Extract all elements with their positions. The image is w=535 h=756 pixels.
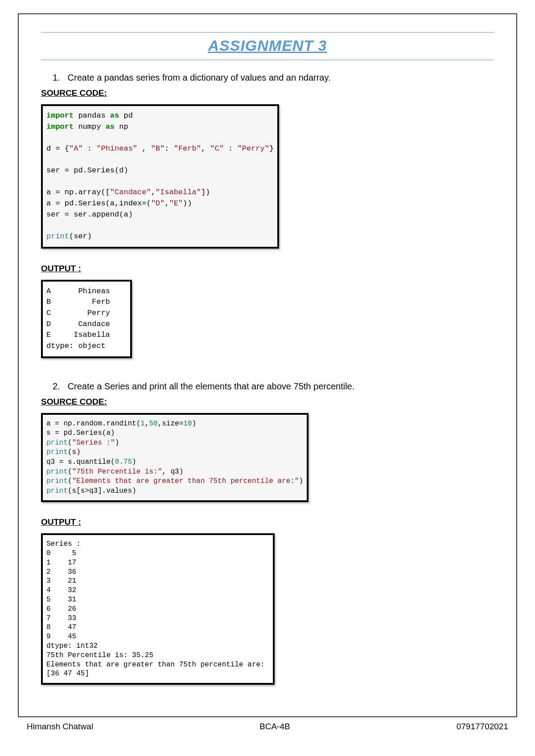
q2-text: Create a Series and print all the elemen… <box>68 381 355 391</box>
q2-number: 2. <box>53 381 65 392</box>
footer: Himansh Chatwal BCA-4B 07917702021 <box>27 722 508 736</box>
title-rule-wrap: ASSIGNMENT 3 <box>41 32 494 60</box>
q1-output-label: OUTPUT : <box>41 264 494 274</box>
footer-name: Himansh Chatwal <box>27 722 93 731</box>
page-title: ASSIGNMENT 3 <box>208 37 327 54</box>
q1-source-code: import pandas as pd import numpy as np d… <box>41 104 279 249</box>
q1-source-code-label: SOURCE CODE: <box>41 88 494 98</box>
footer-roll: 07917702021 <box>457 722 508 731</box>
q1-output: A Phineas B Ferb C Perry D Candace E Isa… <box>41 280 132 358</box>
footer-class: BCA-4B <box>259 722 290 731</box>
question-2: 2. Create a Series and print all the ele… <box>53 381 494 392</box>
page-border: ASSIGNMENT 3 1. Create a pandas series f… <box>18 13 517 717</box>
q1-number: 1. <box>53 73 65 83</box>
q2-source-code: a = np.random.randint(1,50,size=10) s = … <box>41 413 309 503</box>
question-1: 1. Create a pandas series from a diction… <box>53 73 494 83</box>
q2-output: Series : 0 5 1 17 2 36 3 21 4 32 5 31 6 … <box>41 533 275 685</box>
q2-source-code-label: SOURCE CODE: <box>41 397 494 407</box>
q1-text: Create a pandas series from a dictionary… <box>68 73 331 82</box>
q2-output-label: OUTPUT : <box>41 517 494 527</box>
